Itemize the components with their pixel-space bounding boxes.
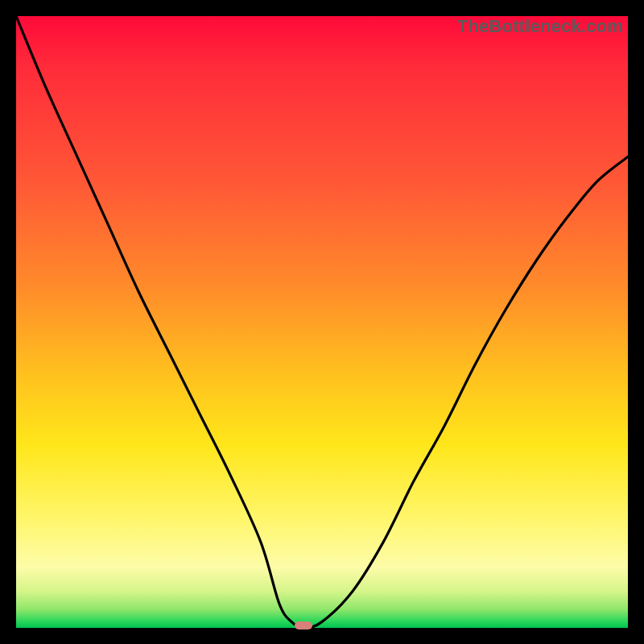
plot-area: TheBottleneck.com — [16, 16, 628, 628]
watermark-text: TheBottleneck.com — [457, 16, 623, 37]
optimal-marker — [295, 621, 312, 630]
curve-path — [16, 16, 628, 628]
chart-frame: TheBottleneck.com — [0, 0, 644, 644]
bottleneck-curve — [16, 16, 628, 628]
